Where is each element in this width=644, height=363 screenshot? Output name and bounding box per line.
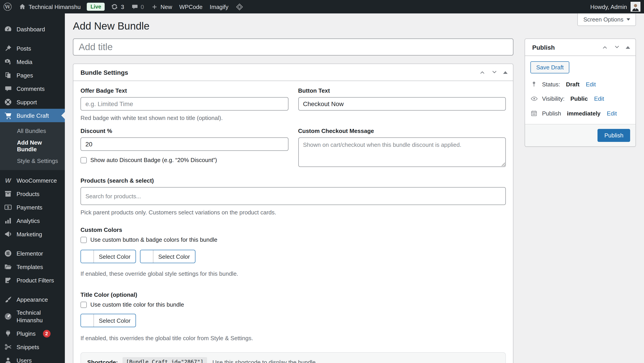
comments-menu[interactable]: 0 (128, 0, 147, 14)
checkout-message-textarea[interactable] (298, 137, 506, 167)
sidebar-item-woocommerce[interactable]: W WooCommerce (0, 174, 65, 187)
button-text-input[interactable] (298, 97, 506, 111)
imagify-menu[interactable]: Imagify (206, 0, 232, 14)
screen-options-button[interactable]: Screen Options (578, 14, 636, 26)
admin-sidebar: Dashboard Posts Media Pages Comments Sup… (0, 14, 65, 363)
admin-bar-right: Howdy, Admin (587, 0, 644, 14)
sidebar-item-templates[interactable]: Templates (0, 260, 65, 273)
sidebar-item-snippets[interactable]: Snippets (0, 340, 65, 353)
custom-colors-checkbox[interactable] (80, 237, 87, 243)
discount-field: Discount % Show auto Discount Badge (e.g… (80, 128, 288, 168)
submenu-style-settings[interactable]: Style & Settings (0, 155, 65, 167)
sidebar-item-marketing[interactable]: Marketing (0, 227, 65, 241)
diamond-icon (236, 3, 243, 11)
sidebar-item-elementor[interactable]: Elementor (0, 247, 65, 260)
wp-admin-page: W Technical Himanshu Live 3 0 (0, 0, 644, 363)
sidebar-item-label: Analytics (16, 217, 40, 224)
sidebar-item-pages[interactable]: Pages (0, 69, 65, 82)
schedule-value: immediately (567, 110, 600, 117)
status-row: Status: Draft Edit (530, 81, 630, 88)
account-menu[interactable]: Howdy, Admin (587, 0, 644, 14)
sidebar-item-products[interactable]: Products (0, 187, 65, 201)
move-down-icon[interactable] (614, 44, 620, 51)
sidebar-item-dashboard[interactable]: Dashboard (0, 22, 65, 36)
megaphone-icon (4, 230, 12, 238)
sidebar-item-plugins[interactable]: Plugins 2 (0, 327, 65, 340)
submenu-all-bundles[interactable]: All Bundles (0, 125, 65, 137)
submenu-add-new-bundle[interactable]: Add New Bundle (0, 137, 65, 155)
sidebar-item-label: Pages (16, 71, 33, 79)
home-icon (19, 3, 26, 10)
move-up-icon[interactable] (602, 44, 608, 51)
move-up-icon[interactable] (479, 69, 486, 76)
eye-icon (530, 95, 538, 103)
plugin-diamond-menu[interactable] (232, 0, 247, 14)
button-color-picker[interactable]: Select Color (80, 250, 136, 263)
shortcode-label: Shortcode: (87, 359, 118, 363)
collapse-toggle-icon[interactable] (626, 46, 630, 49)
chevron-down-icon (626, 18, 630, 21)
select-color-label: Select Color (94, 250, 136, 263)
sidebar-item-label: Dashboard (16, 25, 45, 33)
title-input[interactable] (73, 39, 514, 56)
live-status-badge: Live (87, 3, 105, 11)
custom-colors-checkbox-label: Use custom button & badge colors for thi… (90, 236, 217, 243)
sidebar-item-media[interactable]: Media (0, 55, 65, 69)
edit-status-link[interactable]: Edit (586, 81, 596, 88)
sidebar-item-product-filters[interactable]: Product Filters (0, 273, 65, 287)
title-color-picker[interactable]: Select Color (80, 314, 136, 327)
products-label: Products (search & select) (80, 177, 506, 184)
comments-count: 0 (141, 3, 144, 10)
editor-column: Bundle Settings Offer Badge Text (73, 39, 514, 363)
discount-badge-checkbox[interactable] (80, 157, 87, 163)
sidebar-item-posts[interactable]: Posts (0, 42, 65, 55)
svg-text:$: $ (7, 205, 9, 209)
move-down-icon[interactable] (491, 69, 498, 76)
site-name-menu[interactable]: Technical Himanshu (15, 0, 84, 14)
collapse-toggle-icon[interactable] (503, 71, 508, 74)
bundle-settings-header[interactable]: Bundle Settings (73, 64, 513, 81)
wpcode-label: WPCode (179, 3, 202, 10)
bundle-settings-box: Bundle Settings Offer Badge Text (73, 64, 514, 363)
status-value: Draft (566, 81, 580, 88)
sidebar-item-technical-himanshu[interactable]: Technical Himanshu (0, 306, 65, 327)
site-name-label: Technical Himanshu (28, 3, 81, 10)
sidebar-item-comments[interactable]: Comments (0, 82, 65, 95)
button-text-field: Button Text (298, 87, 506, 121)
title-color-checkbox[interactable] (80, 301, 87, 308)
sidebar-item-users[interactable]: Users (0, 353, 65, 363)
sidebar-item-payments[interactable]: $ Payments (0, 201, 65, 214)
new-content-menu[interactable]: New (148, 0, 176, 14)
edit-schedule-link[interactable]: Edit (607, 110, 617, 117)
badge-color-picker[interactable]: Select Color (140, 250, 196, 263)
title-color-section: Title Color (optional) Use custom title … (80, 291, 506, 341)
checkout-message-label: Custom Checkout Message (298, 128, 506, 134)
user-icon (4, 356, 12, 363)
wp-logo-menu[interactable]: W (0, 0, 15, 14)
sidebar-item-bundle-craft[interactable]: Bundle Craft (0, 109, 65, 122)
sidebar-item-appearance[interactable]: Appearance (0, 293, 65, 306)
products-search-input[interactable] (80, 187, 506, 205)
bar-chart-icon (4, 217, 12, 225)
discount-input[interactable] (80, 137, 288, 151)
sidebar-item-support[interactable]: Support (0, 95, 65, 109)
wpcode-menu[interactable]: WPCode (176, 0, 206, 14)
select-color-label: Select Color (94, 314, 136, 327)
wordpress-logo-icon: W (4, 3, 12, 11)
publish-button[interactable]: Publish (598, 129, 630, 142)
publish-header[interactable]: Publish (525, 39, 636, 56)
save-draft-button[interactable]: Save Draft (530, 61, 570, 73)
edit-visibility-link[interactable]: Edit (594, 95, 604, 102)
sidebar-item-analytics[interactable]: Analytics (0, 214, 65, 227)
paintbrush-icon (4, 295, 12, 303)
updates-menu[interactable]: 3 (108, 0, 128, 14)
new-label: New (160, 3, 172, 10)
plus-icon (151, 3, 158, 10)
woocommerce-icon: W (4, 176, 12, 184)
avatar (630, 2, 640, 12)
screen-options-label: Screen Options (584, 16, 624, 23)
offer-badge-input[interactable] (80, 97, 288, 111)
sidebar-item-label: Users (16, 356, 32, 363)
folder-icon (4, 263, 12, 271)
custom-colors-help: If enabled, these override global style … (80, 270, 506, 277)
